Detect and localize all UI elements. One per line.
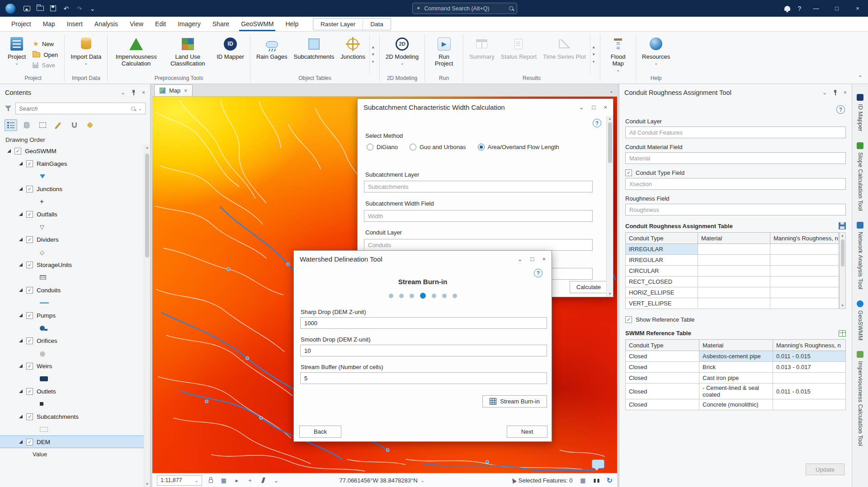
tab-imagery[interactable]: Imagery [172,17,207,31]
table-row[interactable]: CIRCULAR [626,266,839,276]
scroll-up-icon[interactable]: ▲ [370,43,376,51]
subcatchment-symbol[interactable] [40,427,48,432]
scroll-down-icon[interactable]: ▼ [146,482,149,486]
list-by-data-source-button[interactable] [20,119,33,131]
notifications-button[interactable] [781,3,793,14]
expander-icon[interactable] [19,440,23,444]
help-button[interactable]: ? [793,3,806,14]
outlet-symbol[interactable] [40,402,43,406]
expander-icon[interactable] [7,149,11,153]
undo-button[interactable]: ↶ [60,3,72,14]
expander-icon[interactable] [19,339,23,342]
outlet-symbol-row[interactable] [0,398,150,410]
conduit-material-field-input[interactable]: Material [625,152,846,164]
layer-checkbox[interactable]: ✓ [26,211,33,218]
conduit-layer-input[interactable]: All Conduit Features [625,126,846,138]
expander-icon[interactable] [19,288,23,292]
close-icon[interactable]: × [844,89,847,96]
scroll-up-icon[interactable]: ▲ [146,145,149,150]
raingage-symbol-row[interactable] [0,170,150,183]
layer-item-raingages[interactable]: ✓RainGages [0,157,150,170]
tab-menu-icon[interactable]: ⌄ [609,88,613,94]
divider-symbol-row[interactable]: ◇ [0,246,150,258]
calculate-button[interactable]: Calculate [570,281,608,293]
tab-view[interactable]: View [124,17,149,31]
2d-modeling-button[interactable]: 2D 2D Modeling ⌄ [383,34,421,75]
refresh-icon[interactable]: ↻ [607,476,613,485]
expander-icon[interactable] [19,162,23,165]
layer-item-conduits[interactable]: ✓Conduits [0,284,150,296]
layer-checkbox[interactable]: ✓ [26,160,33,167]
tab-imperviousness-calculation-tool[interactable]: Imperviousness Calculation Tool [857,351,863,446]
conduit-layer-combo[interactable]: Conduits [364,239,593,251]
close-tab-icon[interactable]: × [184,88,187,94]
layer-checkbox[interactable]: ✓ [26,312,33,319]
roughness-field-input[interactable]: Roughness [625,204,846,215]
export-table-icon[interactable] [839,330,846,337]
tab-id-mapper[interactable]: ID Mapper [857,94,863,131]
orifice-symbol-row[interactable]: ◎ [0,347,150,360]
weir-symbol-row[interactable] [0,372,150,385]
imperviousness-calculation-button[interactable]: Imperviousness Calculation [111,34,161,75]
redo-button[interactable]: ↷ [73,3,85,14]
layer-item-weirs[interactable]: ✓Weirs [0,360,150,372]
list-by-snapping-button[interactable] [68,119,80,131]
back-button[interactable]: Back [299,426,341,438]
tab-analysis[interactable]: Analysis [89,17,124,31]
crosshair-icon[interactable]: + [245,476,255,485]
junction-symbol-row[interactable]: + [0,195,150,208]
save-project-button[interactable] [47,3,59,14]
conduit-symbol-row[interactable] [0,296,150,309]
command-search-input[interactable]: ✶ Command Search (Alt+Q) [412,3,517,14]
orifice-symbol[interactable]: ◎ [40,350,45,357]
grid-icon[interactable]: ▦ [219,476,228,485]
layer-item-junctions[interactable]: ✓Junctions [0,183,150,195]
tab-edit[interactable]: Edit [149,17,172,31]
table-row[interactable]: HORIZ_ELLIPSE [626,287,839,298]
help-icon[interactable]: ? [836,105,845,114]
pin-icon[interactable] [132,90,136,95]
expander-icon[interactable] [19,415,23,418]
subcatchment-width-field-combo[interactable]: Width [364,210,593,222]
layer-checkbox[interactable]: ✓ [26,413,33,420]
layer-item-outlets[interactable]: ✓Outlets [0,385,150,398]
pane-menu-icon[interactable]: ⌄ [121,89,125,96]
close-icon[interactable]: × [142,89,145,96]
more-icon[interactable]: ▾ [590,58,597,65]
stream-burnin-button[interactable]: Stream Burn-in [482,395,547,407]
layer-item-dividers[interactable]: ✓Dividers [0,233,150,246]
flood-map-button[interactable]: ≈≈ Flood Map ⌄ [604,34,632,75]
conduit-type-field-checkbox[interactable]: ✓ [625,169,632,176]
subcatchments-button[interactable]: Subcatchments [291,34,337,75]
next-button[interactable]: Next [507,426,547,438]
layer-checkbox[interactable]: ✓ [26,287,33,294]
tab-slope-calculation-tool[interactable]: Slope Calculation Tool [857,142,863,211]
open-button[interactable]: Open [29,51,61,59]
resources-button[interactable]: Resources ⌄ [639,34,673,75]
maximize-button[interactable]: □ [826,0,847,17]
radio-area-overland[interactable]: Area/Overland Flow Length [478,144,559,150]
outfall-symbol-row[interactable]: ▽ [0,220,150,233]
import-data-button[interactable]: Import Data ⌄ [68,34,104,75]
layer-item-geoswmm[interactable]: ✓ GeoSWMM [0,145,150,157]
time-series-plot-button[interactable]: Time Series Plot [540,34,589,75]
expander-icon[interactable] [19,187,23,191]
collapse-icon[interactable]: ⌄ [518,256,523,262]
tab-data[interactable]: Data [363,19,391,30]
pause-drawing-icon[interactable]: ▮▮ [593,478,600,483]
smooth-drop-input[interactable] [300,345,547,356]
list-by-selection-button[interactable] [36,119,49,131]
scroll-down-icon[interactable]: ▼ [841,304,844,308]
layer-checkbox[interactable]: ✓ [26,388,33,395]
radio-guo-urbonas[interactable]: Guo and Urbonas [410,144,466,150]
conduit-symbol[interactable] [40,302,49,304]
project-button[interactable]: Project ⌄ [5,34,28,75]
expander-icon[interactable] [19,389,23,393]
close-icon[interactable]: × [542,256,546,262]
layer-item-pumps[interactable]: ✓Pumps [0,309,150,322]
table-row[interactable]: IRREGULAR [626,255,839,266]
expander-icon[interactable] [19,314,23,317]
layer-checkbox[interactable]: ✓ [26,363,33,370]
layer-checkbox[interactable]: ✓ [26,439,33,445]
save-button[interactable]: Save [29,61,61,70]
